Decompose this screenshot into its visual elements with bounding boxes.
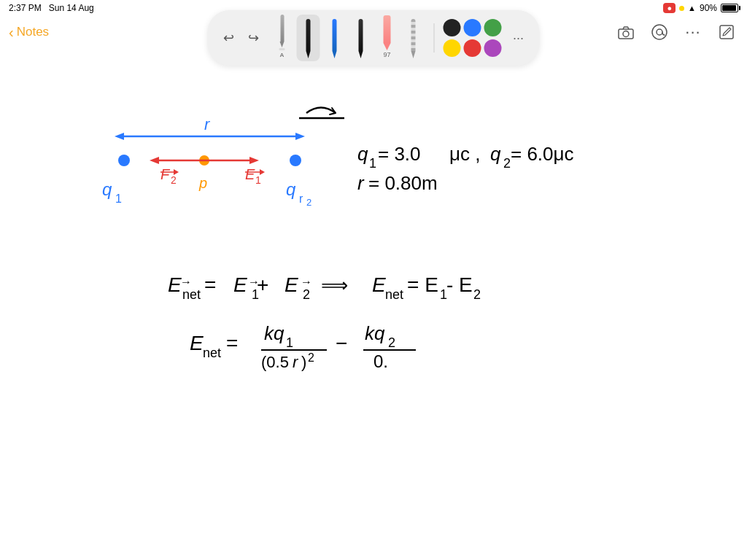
svg-marker-11 [150, 157, 159, 164]
dot-indicator [679, 6, 684, 11]
svg-text:1: 1 [255, 174, 261, 186]
enet-equation-1: E → net = E → 1 + E → 2 ⟹ E net = E 1 - … [168, 273, 481, 302]
back-label: Notes [17, 25, 49, 39]
svg-text:E: E [285, 273, 298, 296]
pen-blue-tool[interactable] [323, 15, 347, 61]
svg-text:q: q [102, 179, 112, 199]
svg-text:2: 2 [503, 156, 511, 171]
svg-text:E: E [372, 273, 386, 296]
back-chevron-icon: ‹ [9, 25, 14, 39]
svg-text:r: r [204, 115, 211, 133]
svg-marker-21 [260, 169, 265, 175]
battery-icon [721, 4, 738, 12]
svg-text:F: F [160, 166, 171, 182]
svg-text:1: 1 [115, 192, 122, 205]
toolbar-divider [434, 23, 435, 52]
color-black[interactable] [444, 19, 461, 36]
svg-marker-8 [295, 133, 305, 140]
record-btn: ● [663, 3, 676, 13]
svg-text:→: → [180, 276, 192, 288]
svg-text:2: 2 [388, 335, 395, 350]
svg-text:kq: kq [264, 322, 285, 344]
svg-text:−: − [336, 332, 347, 354]
more-options-button[interactable]: ··· [681, 20, 705, 44]
svg-text:r: r [357, 172, 365, 194]
undo-button[interactable]: ↩ [218, 27, 240, 49]
svg-text:= 0.80m: = 0.80m [368, 172, 438, 194]
svg-text:0.: 0. [374, 351, 388, 371]
note-canvas[interactable]: r F 2 E 1 q [0, 88, 747, 560]
curved-arrow [299, 108, 344, 119]
tools-section: A 97 [271, 15, 425, 61]
svg-text:q: q [490, 143, 501, 165]
svg-text:2: 2 [306, 197, 311, 208]
status-right: ● ▲ 90% [663, 3, 738, 13]
svg-text:net: net [385, 287, 403, 302]
svg-text:2: 2 [308, 351, 314, 364]
color-green[interactable] [484, 19, 502, 36]
color-blue[interactable] [464, 19, 481, 36]
highlighter-tool[interactable]: 97 [376, 15, 399, 61]
svg-point-2 [652, 25, 667, 39]
time: 2:37 PM [9, 3, 42, 13]
wifi-icon: ▲ [688, 4, 696, 12]
compose-button[interactable] [715, 20, 738, 44]
color-yellow[interactable] [444, 39, 461, 57]
svg-rect-4 [720, 26, 733, 39]
svg-text:2: 2 [473, 287, 481, 302]
svg-text:= E: = E [407, 273, 438, 296]
svg-text:1: 1 [369, 156, 376, 171]
q2-charge [290, 155, 301, 166]
f1-arrow: E 1 [204, 157, 265, 186]
color-palette [444, 19, 502, 57]
svg-text:kq: kq [365, 322, 385, 344]
back-button[interactable]: ‹ Notes [9, 25, 49, 39]
enet-equation-2: E net = kq 1 (0.5 r ) 2 − kq 2 0. [190, 322, 416, 371]
svg-text:→: → [301, 276, 312, 288]
svg-text:2: 2 [171, 174, 177, 186]
pen-black-tool[interactable] [297, 15, 320, 61]
more-button[interactable]: ··· [508, 27, 530, 49]
svg-text:- E: - E [446, 273, 473, 296]
svg-marker-7 [115, 133, 124, 140]
svg-point-1 [623, 31, 629, 36]
svg-text:q: q [286, 179, 296, 199]
svg-text:1: 1 [286, 335, 293, 350]
pen-dark-tool[interactable] [349, 15, 373, 61]
status-left: 2:37 PM Sun 14 Aug [9, 3, 94, 13]
date: Sun 14 Aug [49, 3, 94, 13]
right-action-icons: ··· [614, 20, 738, 44]
svg-point-3 [657, 29, 662, 35]
svg-text:μc ,: μc , [449, 143, 480, 165]
svg-text:(0.5: (0.5 [261, 353, 289, 371]
redo-button[interactable]: ↪ [243, 27, 265, 49]
svg-text:=: = [204, 273, 216, 296]
svg-text:p: p [198, 175, 207, 191]
svg-text:= 3.0: = 3.0 [378, 143, 421, 165]
q1-charge [118, 155, 130, 166]
pencil-tool[interactable]: A [271, 15, 294, 61]
svg-text:=: = [226, 332, 238, 354]
svg-text:+: + [257, 273, 268, 296]
drawing-toolbar: ↩ ↪ A 97 [208, 10, 540, 66]
color-red[interactable] [464, 39, 481, 57]
svg-text:E: E [245, 166, 255, 182]
svg-text:E: E [190, 332, 204, 354]
f2-arrow: F 2 [150, 157, 204, 186]
svg-text:⟹: ⟹ [321, 274, 348, 296]
pencil-striped-tool[interactable] [402, 15, 425, 61]
svg-text:): ) [301, 353, 306, 371]
color-purple[interactable] [484, 39, 502, 57]
drawing-surface[interactable]: r F 2 E 1 q [0, 88, 747, 560]
camera-button[interactable] [614, 20, 638, 44]
svg-text:r: r [299, 192, 303, 205]
battery-pct: 90% [700, 3, 717, 13]
svg-text:= 6.0μc: = 6.0μc [511, 143, 574, 165]
svg-text:net: net [203, 346, 221, 360]
r-distance-arrow: r [115, 115, 305, 140]
svg-text:q: q [357, 143, 368, 165]
at-mention-button[interactable] [648, 20, 671, 44]
svg-text:net: net [182, 287, 201, 302]
svg-text:r: r [293, 353, 299, 371]
svg-text:E: E [233, 273, 247, 296]
